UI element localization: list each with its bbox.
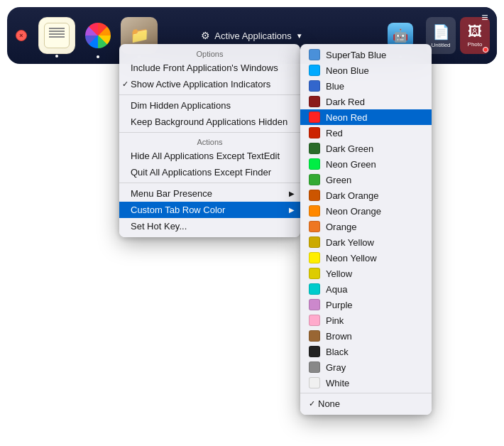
color-label: Dark Yellow (326, 237, 374, 248)
color-swatch (309, 346, 320, 357)
color-swatch (309, 96, 320, 107)
color-item-orange[interactable]: Orange (300, 219, 432, 234)
none-option[interactable]: ✓ None (300, 396, 432, 412)
include-windows-label: Include Front Application's Windows (131, 62, 278, 73)
mini-icon-2-label: Photo (468, 41, 483, 48)
color-label: Gray (326, 362, 346, 373)
color-label: White (326, 378, 349, 388)
color-item-neon-yellow[interactable]: Neon Yellow (300, 250, 432, 266)
color-item-brown[interactable]: Brown (300, 328, 432, 344)
custom-row-color-item[interactable]: Custom Tab Row Color ▶ (119, 202, 300, 218)
color-item-white[interactable]: White (300, 375, 432, 391)
color-label: Orange (326, 222, 356, 232)
color-label: Neon Yellow (326, 253, 377, 263)
color-item-neon-orange[interactable]: Neon Orange (300, 203, 432, 219)
color-label: Green (326, 175, 351, 185)
color-submenu: SuperTab BlueNeon BlueBlueDark RedNeon R… (300, 44, 432, 415)
color-swatch (309, 143, 320, 154)
custom-row-color-label: Custom Tab Row Color (131, 205, 225, 215)
mini-icon-1-label: Untitled (431, 42, 450, 48)
hide-all-label: Hide All Applications Except TextEdit (131, 151, 280, 161)
color-item-gray[interactable]: Gray (300, 359, 432, 375)
menu-button[interactable]: ≡ (477, 10, 493, 26)
color-item-dark-green[interactable]: Dark Green (300, 141, 432, 156)
color-swatch (309, 377, 320, 388)
dim-hidden-label: Dim Hidden Applications (131, 100, 231, 111)
menu-bar-label: Menu Bar Presence (131, 188, 212, 199)
lines-icon: ≡ (481, 11, 488, 24)
color-item-green[interactable]: Green (300, 172, 432, 187)
color-item-dark-yellow[interactable]: Dark Yellow (300, 234, 432, 250)
color-swatch (309, 158, 320, 170)
color-swatch (309, 80, 320, 92)
photo-icon: 🖼 (468, 23, 482, 40)
color-label: Dark Red (326, 97, 365, 107)
color-swatch (309, 283, 320, 295)
dock-title: ⚙ Active Applications ▼ (201, 30, 302, 41)
color-swatch (309, 174, 320, 185)
keep-hidden-item[interactable]: Keep Background Applications Hidden (119, 114, 300, 130)
set-hotkey-label: Set Hot Key... (131, 221, 187, 232)
submenu-arrow-icon: ▶ (289, 190, 295, 197)
color-swatch (309, 330, 320, 342)
none-label: None (318, 398, 340, 409)
color-item-neon-green[interactable]: Neon Green (300, 156, 432, 172)
color-item-dark-orange[interactable]: Dark Orange (300, 187, 432, 203)
color-label: Dark Green (326, 143, 373, 154)
color-swatch (309, 49, 320, 60)
color-item-neon-blue[interactable]: Neon Blue (300, 62, 432, 78)
color-label: Yellow (326, 268, 352, 279)
color-label: Neon Red (326, 112, 368, 123)
color-label: Neon Green (326, 159, 376, 170)
color-item-neon-red[interactable]: Neon Red (300, 109, 432, 125)
color-item-blue[interactable]: Blue (300, 78, 432, 94)
color-item-supertab-blue[interactable]: SuperTab Blue (300, 47, 432, 62)
color-item-aqua[interactable]: Aqua (300, 281, 432, 297)
color-swatch (309, 205, 320, 217)
color-item-black[interactable]: Black (300, 344, 432, 359)
menu-bar-item[interactable]: Menu Bar Presence ▶ (119, 185, 300, 202)
show-indicators-item[interactable]: Show Active Application Indicators (119, 76, 300, 92)
close-icon: × (19, 32, 23, 39)
show-indicators-label: Show Active Application Indicators (131, 79, 270, 89)
color-swatch (309, 315, 320, 326)
quit-all-item[interactable]: Quit All Applications Except Finder (119, 164, 300, 180)
color-label: Brown (326, 331, 352, 342)
dim-hidden-item[interactable]: Dim Hidden Applications (119, 97, 300, 114)
keep-hidden-label: Keep Background Applications Hidden (131, 116, 287, 127)
color-item-red[interactable]: Red (300, 125, 432, 141)
color-label: SuperTab Blue (326, 50, 386, 60)
actions-header: Actions (119, 135, 300, 148)
dock-title-text: Active Applications (214, 31, 291, 41)
photos-icon[interactable] (80, 17, 116, 54)
color-separator (300, 393, 432, 393)
dropdown-arrow-icon: ▼ (296, 32, 303, 40)
color-swatch (309, 190, 320, 201)
color-swatch (309, 252, 320, 263)
separator-2 (119, 132, 300, 133)
color-label: Neon Blue (326, 65, 369, 76)
color-item-pink[interactable]: Pink (300, 312, 432, 328)
color-item-dark-red[interactable]: Dark Red (300, 94, 432, 109)
color-label: Purple (326, 300, 353, 310)
color-label: Pink (326, 315, 344, 326)
color-label: Dark Orange (326, 190, 378, 201)
options-header: Options (119, 47, 300, 60)
notes-icon[interactable] (38, 17, 75, 54)
close-button[interactable]: × (16, 30, 27, 41)
active-indicator (55, 55, 58, 58)
doc-icon: 📄 (432, 23, 450, 40)
hide-all-item[interactable]: Hide All Applications Except TextEdit (119, 148, 300, 164)
separator-1 (119, 94, 300, 95)
color-item-purple[interactable]: Purple (300, 297, 432, 312)
color-swatch (309, 361, 320, 373)
color-swatch (309, 268, 320, 279)
color-label: Aqua (326, 284, 347, 295)
set-hotkey-item[interactable]: Set Hot Key... (119, 218, 300, 234)
color-label: Neon Orange (326, 206, 381, 217)
include-windows-item[interactable]: Include Front Application's Windows (119, 60, 300, 76)
color-swatch (309, 111, 320, 123)
color-item-yellow[interactable]: Yellow (300, 266, 432, 281)
color-list: SuperTab BlueNeon BlueBlueDark RedNeon R… (300, 47, 432, 391)
color-swatch (309, 65, 320, 76)
